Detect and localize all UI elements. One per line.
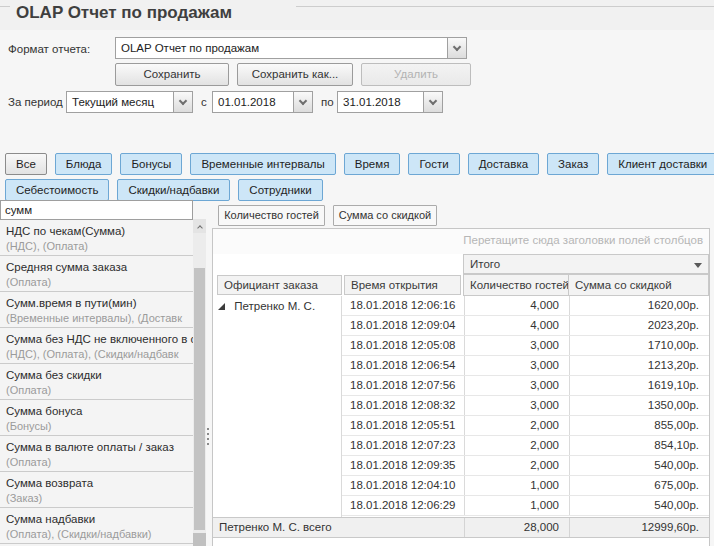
chevron-down-icon: [299, 96, 307, 104]
period-preset-select[interactable]: Текущий месяц: [66, 91, 193, 113]
expand-triangle-icon[interactable]: [218, 303, 225, 310]
row-header-label: Официант заказа: [224, 279, 318, 291]
cell-open-time: 18.01.2018 12:06:29: [342, 496, 464, 515]
measure-item[interactable]: НДС по чекам(Сумма) (НДС), (Оплата): [0, 220, 193, 256]
table-row[interactable]: 18.01.2018 12:07:23 2,000 854,10р.: [342, 436, 709, 456]
date-from-label: с: [201, 96, 207, 108]
measure-item[interactable]: Сумма надбавки (Оплата), (Скидки/надбавк…: [0, 508, 193, 544]
cell-sum: 1620,00р.: [569, 296, 709, 315]
measure-item[interactable]: Сумма бонуса (Бонусы): [0, 400, 193, 436]
format-label: Формат отчета:: [8, 43, 90, 55]
measure-list-scrollbar[interactable]: [193, 219, 206, 546]
category-tab-cost[interactable]: Себестоимость: [5, 179, 109, 201]
category-tab-dishes[interactable]: Блюда: [55, 153, 113, 175]
group-row-cell[interactable]: Петренко М. С.: [213, 296, 342, 517]
table-row[interactable]: 18.01.2018 12:04:10 1,000 675,00р.: [342, 476, 709, 496]
category-tab-time-intervals[interactable]: Временные интервалы: [190, 153, 335, 175]
measure-name: Сумма возврата: [6, 475, 193, 491]
date-to-input[interactable]: 31.01.2018: [337, 91, 443, 113]
column-header-label: Сумма со скидкой: [575, 279, 672, 291]
measure-search-input[interactable]: [0, 200, 193, 220]
save-as-button[interactable]: Сохранить как...: [237, 63, 353, 86]
measure-item[interactable]: Сумма без НДС не включенного в с (НДС), …: [0, 328, 193, 364]
category-tab-delivery[interactable]: Доставка: [468, 153, 539, 175]
date-to-value: 31.01.2018: [338, 96, 423, 108]
measure-item[interactable]: Сумма возврата (Заказ): [0, 472, 193, 508]
measure-item[interactable]: Сумм.время в пути(мин) (Временные интерв…: [0, 292, 193, 328]
total-sum: 12999,60р.: [569, 518, 709, 537]
row-header-waiter[interactable]: Официант заказа: [217, 275, 342, 295]
cell-guests: 4,000: [464, 296, 569, 315]
measure-groups: (Заказ): [6, 491, 193, 505]
period-preset-value: Текущий месяц: [67, 96, 173, 108]
table-row[interactable]: 18.01.2018 12:06:54 3,000 1213,20р.: [342, 356, 709, 376]
table-row[interactable]: 18.01.2018 12:05:51 2,000 855,00р.: [342, 416, 709, 436]
category-tab-employees[interactable]: Сотрудники: [238, 179, 322, 201]
format-select-dropdown-button[interactable]: [447, 38, 466, 58]
column-header-guests[interactable]: Количество гостей: [463, 274, 569, 296]
category-tab-order[interactable]: Заказ: [547, 153, 599, 175]
category-tab-discounts[interactable]: Скидки/надбавки: [117, 179, 230, 201]
category-tab-time[interactable]: Время: [344, 153, 401, 175]
cell-sum: 540,00р.: [569, 456, 709, 475]
column-header-label: Количество гостей: [470, 279, 569, 291]
cell-open-time: 18.01.2018 12:07:56: [342, 376, 464, 395]
cell-sum: 1213,20р.: [569, 356, 709, 375]
cell-guests: 2,000: [464, 456, 569, 475]
cell-sum: 2023,20р.: [569, 316, 709, 335]
table-row[interactable]: 18.01.2018 12:09:35 2,000 540,00р.: [342, 456, 709, 476]
cell-sum: 854,10р.: [569, 436, 709, 455]
cell-sum: 1350,00р.: [569, 396, 709, 415]
olap-report-window: OLAP Отчет по продажам Формат отчета: OL…: [0, 0, 714, 546]
cell-open-time: 18.01.2018 12:05:08: [342, 336, 464, 355]
splitter-handle[interactable]: [207, 428, 209, 448]
measure-name: Сумм.время в пути(мин): [6, 295, 193, 311]
total-label: Петренко М. С. всего: [213, 518, 464, 537]
band-header-total[interactable]: Итого: [463, 254, 709, 274]
table-row[interactable]: 18.01.2018 12:09:04 4,000 2023,20р.: [342, 316, 709, 336]
cell-open-time: 18.01.2018 12:06:54: [342, 356, 464, 375]
measure-item[interactable]: Сумма без скидки (Оплата): [0, 364, 193, 400]
table-row[interactable]: 18.01.2018 12:08:32 3,000 1350,00р.: [342, 396, 709, 416]
cell-sum: 855,00р.: [569, 416, 709, 435]
table-row[interactable]: 18.01.2018 12:06:29 1,000 540,00р.: [342, 496, 709, 516]
measure-groups: (Временные интервалы), (Доставк: [6, 311, 193, 325]
measure-name: Сумма без скидки: [6, 367, 193, 383]
scroll-down-button[interactable]: [193, 533, 206, 546]
period-preset-dropdown-button[interactable]: [173, 92, 192, 112]
save-button[interactable]: Сохранить: [115, 63, 229, 86]
measure-item[interactable]: Сумма в валюте оплаты / заказ (Оплата): [0, 436, 193, 472]
total-guests: 28,000: [464, 518, 569, 537]
measure-groups: (НДС), (Оплата): [6, 239, 193, 253]
field-chip-guests[interactable]: Количество гостей: [218, 205, 325, 226]
total-row[interactable]: Петренко М. С. всего 28,000 12999,60р.: [213, 517, 709, 538]
field-chip-sum[interactable]: Сумма со скидкой: [333, 205, 437, 226]
chevron-down-icon: [179, 96, 187, 104]
date-from-dropdown-button[interactable]: [293, 92, 312, 112]
row-header-label: Время открытия: [351, 279, 438, 291]
measure-groups: (НДС), (Оплата), (Скидки/надбавк: [6, 347, 193, 361]
grid-rows: 18.01.2018 12:06:16 4,000 1620,00р. 18.0…: [342, 296, 709, 516]
dropdown-arrow-icon[interactable]: [694, 263, 702, 268]
date-to-dropdown-button[interactable]: [423, 92, 442, 112]
scroll-thumb[interactable]: [194, 268, 205, 530]
table-row[interactable]: 18.01.2018 12:06:16 4,000 1620,00р.: [342, 296, 709, 316]
drag-hint-text: Перетащите сюда заголовки полей столбцов: [463, 234, 703, 246]
measure-name: НДС по чекам(Сумма): [6, 223, 193, 239]
table-row[interactable]: 18.01.2018 12:05:08 3,000 1710,00р.: [342, 336, 709, 356]
category-tab-delivery-client[interactable]: Клиент доставки: [607, 153, 714, 175]
format-select[interactable]: OLAP Отчет по продажам: [115, 37, 467, 59]
column-header-sum[interactable]: Сумма со скидкой: [568, 274, 709, 296]
date-from-input[interactable]: 01.01.2018: [212, 91, 313, 113]
category-tab-all[interactable]: Все: [5, 153, 47, 175]
row-header-open-time[interactable]: Время открытия: [344, 275, 461, 295]
cell-open-time: 18.01.2018 12:09:04: [342, 316, 464, 335]
scroll-up-button[interactable]: [193, 219, 206, 233]
table-row[interactable]: 18.01.2018 12:07:56 3,000 1619,10р.: [342, 376, 709, 396]
category-tab-guests[interactable]: Гости: [408, 153, 459, 175]
measure-item[interactable]: Средняя сумма заказа (Оплата): [0, 256, 193, 292]
category-tab-bonuses[interactable]: Бонусы: [120, 153, 182, 175]
column-drop-area[interactable]: Перетащите сюда заголовки полей столбцов: [213, 229, 709, 254]
category-tabs-row-2: Себестоимость Скидки/надбавки Сотрудники: [5, 179, 714, 201]
chevron-up-icon: [197, 225, 203, 231]
